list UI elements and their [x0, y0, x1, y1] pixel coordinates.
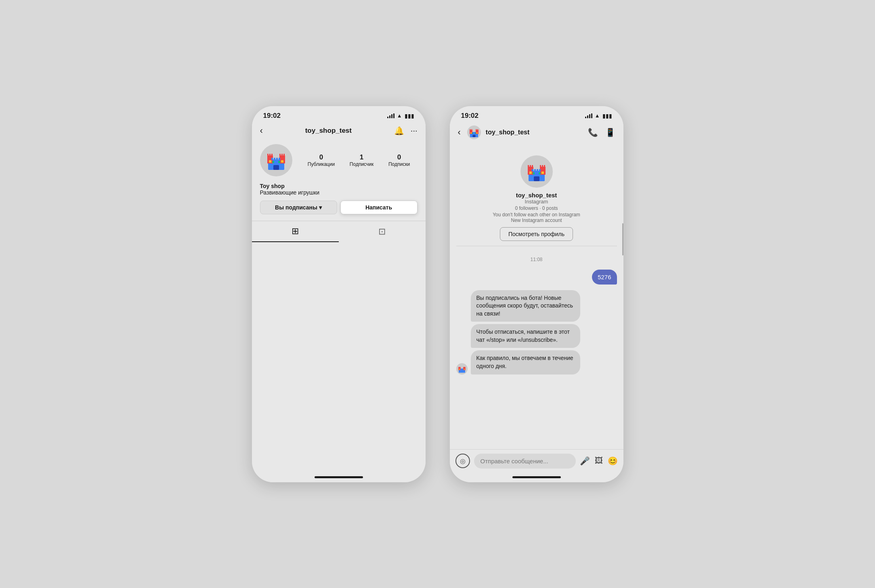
svg-rect-31	[475, 133, 476, 134]
svg-rect-19	[472, 135, 475, 137]
dm-castle-logo-large	[525, 159, 549, 184]
svg-rect-16	[272, 161, 274, 163]
received-bubble-3: Как правило, мы отвечаем в течение одног…	[471, 350, 581, 374]
dm-profile-card: toy_shop_test Instagram 0 followers · 0 …	[456, 149, 617, 246]
view-profile-button[interactable]: Посмотреть профиль	[500, 227, 573, 241]
followers-label: Подписчик	[350, 161, 374, 167]
dm-nav-bar: ‹ toy_shop_test 📞 📱	[450, 122, 623, 142]
signal-bar-1	[387, 117, 388, 118]
more-icon[interactable]: ···	[411, 126, 418, 135]
followers-count: 1	[360, 153, 363, 161]
signal-bar-r4	[591, 113, 592, 118]
profile-tabs: ⊞ ⊡	[252, 221, 426, 242]
svg-rect-45	[539, 169, 541, 172]
svg-rect-8	[281, 154, 283, 156]
svg-rect-26	[476, 129, 477, 130]
svg-rect-49	[539, 172, 541, 174]
signal-bar-4	[393, 113, 394, 118]
profile-stats: 0 Публикации 1 Подписчик 0 Подписки	[300, 153, 418, 167]
camera-button[interactable]: ◎	[455, 454, 470, 468]
dm-nav-avatar	[467, 126, 481, 139]
following-label: Подписки	[388, 161, 410, 167]
svg-rect-17	[278, 161, 280, 163]
stat-posts: 0 Публикации	[308, 153, 335, 167]
dm-card-new-account: New Instagram account	[511, 218, 562, 223]
svg-rect-11	[274, 158, 275, 160]
tagged-icon: ⊡	[378, 226, 386, 237]
svg-rect-33	[534, 176, 539, 181]
svg-rect-29	[476, 132, 478, 134]
profile-buttons: Вы подписаны ▾ Написать	[252, 201, 426, 221]
bell-icon[interactable]: 🔔	[394, 126, 404, 136]
svg-rect-44	[537, 169, 538, 172]
dm-contact-name: toy_shop_test	[486, 129, 583, 136]
svg-rect-12	[276, 158, 278, 160]
svg-rect-27	[478, 129, 478, 130]
home-bar-left	[315, 476, 363, 478]
signal-bars-left	[387, 113, 394, 118]
svg-rect-6	[271, 154, 273, 156]
wifi-icon-right: ▲	[595, 113, 600, 119]
received-message-row: Вы подписались на бота! Новые сообщения …	[456, 290, 617, 375]
signal-bar-2	[389, 115, 390, 118]
status-bar-left: 19:02 ▲ ▮▮▮	[252, 106, 426, 122]
nav-actions-left: 🔔 ···	[394, 126, 418, 136]
scroll-indicator	[622, 223, 623, 255]
dm-profile-card-avatar	[520, 155, 553, 188]
svg-rect-43	[534, 169, 536, 172]
dm-card-platform: Instagram	[525, 199, 548, 205]
received-avatar	[456, 363, 468, 375]
dm-content: toy_shop_test Instagram 0 followers · 0 …	[450, 142, 623, 449]
svg-rect-48	[533, 172, 535, 174]
following-button[interactable]: Вы подписаны ▾	[260, 201, 337, 214]
svg-rect-5	[269, 154, 271, 156]
tab-grid[interactable]: ⊞	[252, 221, 339, 242]
sent-message-row: 5276	[456, 270, 617, 285]
bio-name: Toy shop	[260, 183, 418, 189]
phone-right: 19:02 ▲ ▮▮▮ ‹	[450, 106, 623, 482]
back-button-right[interactable]: ‹	[458, 127, 461, 138]
content-area	[252, 242, 426, 473]
svg-rect-42	[532, 169, 533, 172]
status-icons-left: ▲ ▮▮▮	[387, 113, 414, 119]
phone-icon[interactable]: 📞	[588, 128, 598, 137]
message-button[interactable]: Написать	[340, 201, 418, 214]
signal-bars-right	[585, 113, 592, 118]
status-time-right: 19:02	[461, 112, 478, 120]
emoji-icon[interactable]: 😊	[608, 456, 618, 466]
svg-rect-25	[476, 129, 476, 130]
input-action-icons: 🎤 🖼 😊	[580, 456, 618, 466]
received-bubble-2: Чтобы отписаться, напишите в этот чат «/…	[471, 324, 581, 348]
svg-rect-53	[459, 369, 460, 370]
status-bar-right: 19:02 ▲ ▮▮▮	[450, 106, 623, 122]
media-icon[interactable]: 🖼	[595, 456, 603, 466]
received-bubble-1: Вы подписались на бота! Новые сообщения …	[471, 290, 581, 322]
back-button-left[interactable]: ‹	[260, 126, 263, 136]
stat-following: 0 Подписки	[388, 153, 410, 167]
profile-header: 0 Публикации 1 Подписчик 0 Подписки	[252, 139, 426, 183]
tab-tagged[interactable]: ⊡	[339, 221, 426, 242]
svg-rect-22	[470, 129, 470, 130]
posts-count: 0	[319, 153, 323, 161]
posts-label: Публикации	[308, 161, 335, 167]
video-icon[interactable]: 📱	[605, 128, 615, 137]
dm-card-name: toy_shop_test	[516, 192, 557, 199]
home-indicator-left	[252, 473, 426, 482]
signal-bar-3	[391, 114, 392, 118]
status-time-left: 19:02	[263, 112, 281, 120]
signal-bar-r3	[589, 114, 590, 118]
home-bar-right	[512, 476, 561, 478]
camera-icon: ◎	[460, 457, 466, 465]
nav-bar-left: ‹ toy_shop_test 🔔 ···	[252, 122, 426, 139]
message-input[interactable]	[474, 454, 576, 469]
stat-followers: 1 Подписчик	[350, 153, 374, 167]
dm-nav-actions: 📞 📱	[588, 128, 615, 137]
signal-bar-r1	[585, 117, 586, 118]
profile-bio: Toy shop Развивающие игрушки	[252, 183, 426, 201]
svg-rect-54	[464, 369, 464, 370]
bio-description: Развивающие игрушки	[260, 189, 418, 196]
mic-icon[interactable]: 🎤	[580, 456, 590, 466]
svg-rect-4	[267, 154, 269, 156]
svg-rect-1	[273, 165, 279, 170]
dm-card-mutual: You don't follow each other on Instagram	[493, 212, 580, 218]
